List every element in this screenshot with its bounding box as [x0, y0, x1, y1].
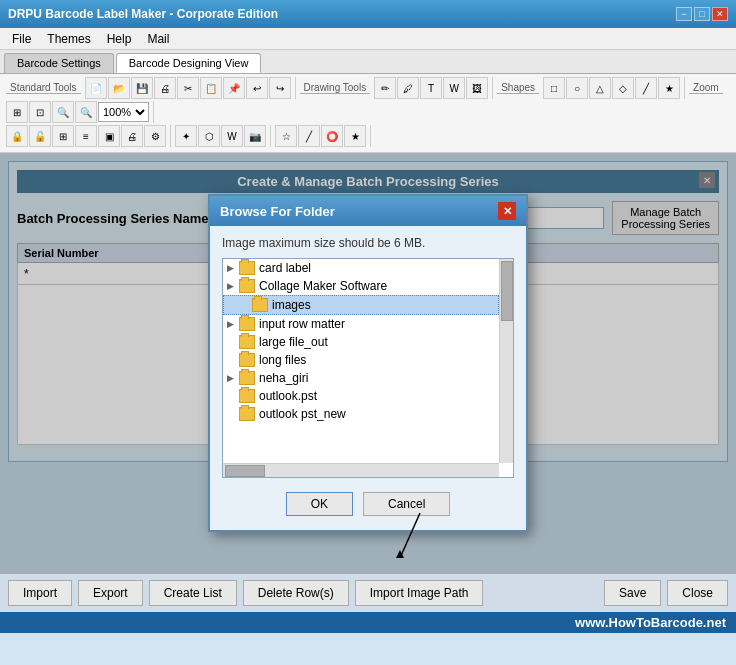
drawing-tools-section: ✏ 🖊 T W 🖼 — [374, 77, 493, 99]
folder-outlook-pst-new[interactable]: outlook pst_new — [223, 405, 499, 423]
copy-btn[interactable]: 📋 — [200, 77, 222, 99]
tb2-draw1[interactable]: ✦ — [175, 125, 197, 147]
tb2-btn7[interactable]: ⚙ — [144, 125, 166, 147]
tb2-btn6[interactable]: 🖨 — [121, 125, 143, 147]
shape-circle[interactable]: ○ — [566, 77, 588, 99]
menu-file[interactable]: File — [4, 30, 39, 48]
dialog-title-text: Browse For Folder — [220, 204, 335, 219]
tb2-extra4[interactable]: ★ — [344, 125, 366, 147]
dialog-close-button[interactable]: ✕ — [498, 202, 516, 220]
draw-btn1[interactable]: ✏ — [374, 77, 396, 99]
watermark-text: www.HowToBarcode.net — [575, 615, 726, 630]
menu-themes[interactable]: Themes — [39, 30, 98, 48]
new-btn[interactable]: 📄 — [85, 77, 107, 99]
folder-neha-giri[interactable]: ▶ neha_giri — [223, 369, 499, 387]
main-area: Create & Manage Batch Processing Series … — [0, 153, 736, 573]
folder-hscroll[interactable] — [223, 463, 499, 477]
cancel-button[interactable]: Cancel — [363, 492, 450, 516]
tb2-draw4[interactable]: 📷 — [244, 125, 266, 147]
tb2-btn4[interactable]: ≡ — [75, 125, 97, 147]
tb2-draw3[interactable]: W — [221, 125, 243, 147]
menu-mail[interactable]: Mail — [139, 30, 177, 48]
zoom-in-btn[interactable]: 🔍 — [52, 101, 74, 123]
create-list-button[interactable]: Create List — [149, 580, 237, 606]
folder-images[interactable]: images — [223, 295, 499, 315]
standard-tools-label: Standard Tools — [6, 82, 81, 94]
draw-btn3[interactable]: T — [420, 77, 442, 99]
ok-button[interactable]: OK — [286, 492, 353, 516]
bottom-bar: Import Export Create List Delete Row(s) … — [0, 573, 736, 612]
draw-btn4[interactable]: W — [443, 77, 465, 99]
folder-icon-collage — [239, 279, 255, 293]
expand-arrow-card: ▶ — [227, 263, 239, 273]
expand-arrow-outlook — [227, 391, 239, 401]
folder-tree[interactable]: ▶ card label ▶ Collage Maker Software — [222, 258, 514, 478]
expand-arrow-images — [240, 300, 252, 310]
folder-large-file[interactable]: large file_out — [223, 333, 499, 351]
delete-row-button[interactable]: Delete Row(s) — [243, 580, 349, 606]
dialog-title-bar: Browse For Folder ✕ — [210, 196, 526, 226]
paste-btn[interactable]: 📌 — [223, 77, 245, 99]
shape-triangle[interactable]: △ — [589, 77, 611, 99]
undo-btn[interactable]: ↩ — [246, 77, 268, 99]
tb2-btn1[interactable]: 🔒 — [6, 125, 28, 147]
folder-text-images: images — [272, 298, 311, 312]
folder-text-neha: neha_giri — [259, 371, 308, 385]
window-controls: − □ ✕ — [676, 7, 728, 21]
folder-text-outlook: outlook.pst — [259, 389, 317, 403]
tb2-btn2[interactable]: 🔓 — [29, 125, 51, 147]
folder-long-files[interactable]: long files — [223, 351, 499, 369]
import-button[interactable]: Import — [8, 580, 72, 606]
tb2-extra3[interactable]: ⭕ — [321, 125, 343, 147]
tb2-extra1[interactable]: ☆ — [275, 125, 297, 147]
print-btn[interactable]: 🖨 — [154, 77, 176, 99]
folder-input-row[interactable]: ▶ input row matter — [223, 315, 499, 333]
zoom-select[interactable]: 100% — [98, 102, 149, 122]
export-button[interactable]: Export — [78, 580, 143, 606]
draw-btn5[interactable]: 🖼 — [466, 77, 488, 99]
folder-outlook-pst[interactable]: outlook.pst — [223, 387, 499, 405]
minimize-button[interactable]: − — [676, 7, 692, 21]
close-button[interactable]: Close — [667, 580, 728, 606]
folder-text-card: card label — [259, 261, 311, 275]
open-btn[interactable]: 📂 — [108, 77, 130, 99]
shape-diamond[interactable]: ◇ — [612, 77, 634, 99]
shape-line[interactable]: ╱ — [635, 77, 657, 99]
zoom-label: Zoom — [689, 82, 723, 94]
folder-card-label[interactable]: ▶ card label — [223, 259, 499, 277]
browse-folder-dialog: Browse For Folder ✕ Image maximum size s… — [208, 194, 528, 532]
folder-icon-outlook-new — [239, 407, 255, 421]
window-close-button[interactable]: ✕ — [712, 7, 728, 21]
folder-scrollbar[interactable] — [499, 259, 513, 463]
zoom-grid-btn[interactable]: ⊞ — [6, 101, 28, 123]
expand-arrow-collage: ▶ — [227, 281, 239, 291]
shape-rect[interactable]: □ — [543, 77, 565, 99]
folder-icon-images — [252, 298, 268, 312]
tab-barcode-settings[interactable]: Barcode Settings — [4, 53, 114, 73]
folder-text-collage: Collage Maker Software — [259, 279, 387, 293]
import-image-path-button[interactable]: Import Image Path — [355, 580, 484, 606]
expand-arrow-outlook-new — [227, 409, 239, 419]
title-bar: DRPU Barcode Label Maker - Corporate Edi… — [0, 0, 736, 28]
tb2-btn3[interactable]: ⊞ — [52, 125, 74, 147]
menu-help[interactable]: Help — [99, 30, 140, 48]
redo-btn[interactable]: ↪ — [269, 77, 291, 99]
zoom-out-btn[interactable]: 🔍 — [75, 101, 97, 123]
save-tb-btn[interactable]: 💾 — [131, 77, 153, 99]
zoom-fit-btn[interactable]: ⊡ — [29, 101, 51, 123]
shapes-section: □ ○ △ ◇ ╱ ★ — [543, 77, 685, 99]
draw-btn2[interactable]: 🖊 — [397, 77, 419, 99]
app-title: DRPU Barcode Label Maker - Corporate Edi… — [8, 7, 278, 21]
cut-btn[interactable]: ✂ — [177, 77, 199, 99]
tb2-draw2[interactable]: ⬡ — [198, 125, 220, 147]
tb2-extra2[interactable]: ╱ — [298, 125, 320, 147]
tab-barcode-designing[interactable]: Barcode Designing View — [116, 53, 262, 73]
save-button[interactable]: Save — [604, 580, 661, 606]
folder-collage-maker[interactable]: ▶ Collage Maker Software — [223, 277, 499, 295]
folder-icon-large — [239, 335, 255, 349]
scrollbar-thumb — [501, 261, 513, 321]
tb2-btn5[interactable]: ▣ — [98, 125, 120, 147]
folder-text-large: large file_out — [259, 335, 328, 349]
maximize-button[interactable]: □ — [694, 7, 710, 21]
shape-star[interactable]: ★ — [658, 77, 680, 99]
